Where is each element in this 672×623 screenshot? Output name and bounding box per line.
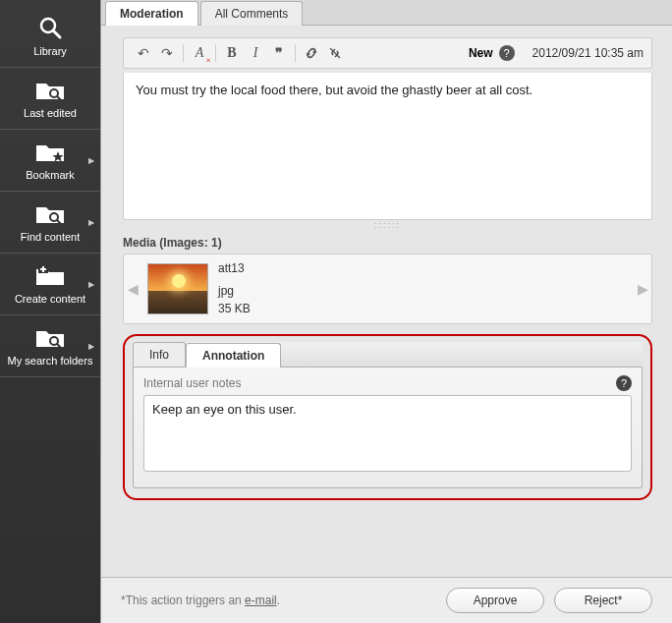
- sidebar-item-label: Bookmark: [0, 169, 100, 181]
- media-size: 35 KB: [218, 301, 251, 317]
- help-icon[interactable]: ?: [616, 375, 632, 391]
- footer-note-link[interactable]: e-mail: [245, 594, 277, 607]
- status-label: New: [469, 46, 493, 60]
- media-strip: ◀ att13 jpg 35 KB ▶: [123, 254, 652, 324]
- sidebar-item-label: Library: [0, 45, 100, 57]
- media-item[interactable]: att13 jpg 35 KB: [141, 255, 634, 323]
- footer-note: *This action triggers an e-mail.: [121, 594, 436, 607]
- help-icon[interactable]: ?: [499, 45, 515, 61]
- footer-note-suffix: .: [277, 594, 280, 607]
- main-tabs: Moderation All Comments: [101, 0, 672, 26]
- sidebar: Library Last edited Bookmark ▶ Find cont…: [0, 0, 100, 623]
- folder-magnifier-icon: [32, 199, 68, 227]
- folder-plus-icon: [32, 261, 68, 289]
- main-panel: Moderation All Comments ↶ ↷ A× B I ❞ New…: [100, 0, 672, 623]
- annotation-tabs: Info Annotation: [133, 342, 643, 368]
- unlink-button[interactable]: [324, 42, 346, 64]
- sidebar-item-my-search-folders[interactable]: My search folders ▶: [0, 315, 100, 377]
- media-ext: jpg: [218, 283, 251, 300]
- link-button[interactable]: [301, 42, 322, 64]
- sidebar-item-find-content[interactable]: Find content ▶: [0, 192, 100, 254]
- folder-magnifier-icon: [32, 323, 68, 351]
- content-area: ↶ ↷ A× B I ❞ New ? 2012/09/21 10:35 am Y…: [101, 26, 672, 577]
- folder-magnifier-icon: [32, 76, 68, 103]
- sidebar-item-label: My search folders: [0, 355, 100, 367]
- sidebar-item-library[interactable]: Library: [0, 6, 100, 68]
- redo-button[interactable]: ↷: [156, 42, 178, 64]
- magnifier-icon: [32, 14, 68, 41]
- media-next-button[interactable]: ▶: [634, 255, 651, 323]
- italic-button[interactable]: I: [245, 42, 266, 64]
- reject-button[interactable]: Reject*: [554, 588, 652, 613]
- sidebar-item-last-edited[interactable]: Last edited: [0, 68, 100, 130]
- chevron-right-icon: ▶: [88, 280, 94, 289]
- sidebar-item-bookmark[interactable]: Bookmark ▶: [0, 130, 100, 192]
- editor-toolbar: ↶ ↷ A× B I ❞ New ? 2012/09/21 10:35 am: [123, 37, 652, 69]
- sidebar-item-label: Create content: [0, 293, 100, 305]
- footer-note-prefix: *This action triggers an: [121, 594, 245, 607]
- folder-star-icon: [32, 138, 68, 165]
- clear-format-button[interactable]: A×: [189, 42, 210, 64]
- undo-button[interactable]: ↶: [133, 42, 154, 64]
- notes-label: Internal user notes: [143, 376, 616, 390]
- sidebar-item-label: Find content: [0, 231, 100, 243]
- quote-button[interactable]: ❞: [268, 42, 290, 64]
- media-thumbnail: [147, 263, 208, 314]
- tab-info[interactable]: Info: [133, 342, 186, 367]
- link-icon: [304, 45, 319, 61]
- separator: [183, 44, 184, 62]
- media-name: att13: [218, 260, 251, 277]
- footer: *This action triggers an e-mail. Approve…: [101, 577, 672, 623]
- annotation-body: Internal user notes ?: [133, 368, 643, 488]
- separator: [215, 44, 216, 62]
- tab-annotation[interactable]: Annotation: [186, 343, 281, 368]
- sidebar-item-create-content[interactable]: Create content ▶: [0, 254, 100, 315]
- chevron-right-icon: ▶: [88, 342, 94, 351]
- tab-moderation[interactable]: Moderation: [105, 1, 198, 26]
- internal-notes-input[interactable]: [143, 395, 632, 472]
- tab-all-comments[interactable]: All Comments: [200, 1, 304, 26]
- bold-button[interactable]: B: [221, 42, 243, 64]
- chevron-right-icon: ▶: [88, 218, 94, 227]
- sidebar-item-label: Last edited: [0, 107, 100, 119]
- annotation-panel: Info Annotation Internal user notes ?: [123, 334, 652, 500]
- chevron-right-icon: ▶: [88, 156, 94, 165]
- approve-button[interactable]: Approve: [446, 588, 544, 613]
- separator: [295, 44, 296, 62]
- media-prev-button[interactable]: ◀: [124, 255, 141, 323]
- comment-editor[interactable]: You must try the local food there, but a…: [123, 73, 652, 220]
- unlink-icon: [327, 45, 343, 61]
- resize-handle[interactable]: ::::::: [123, 220, 652, 230]
- svg-line-1: [53, 30, 60, 37]
- media-heading: Media (Images: 1): [123, 236, 652, 250]
- media-meta: att13 jpg 35 KB: [218, 260, 251, 317]
- timestamp: 2012/09/21 10:35 am: [532, 46, 644, 60]
